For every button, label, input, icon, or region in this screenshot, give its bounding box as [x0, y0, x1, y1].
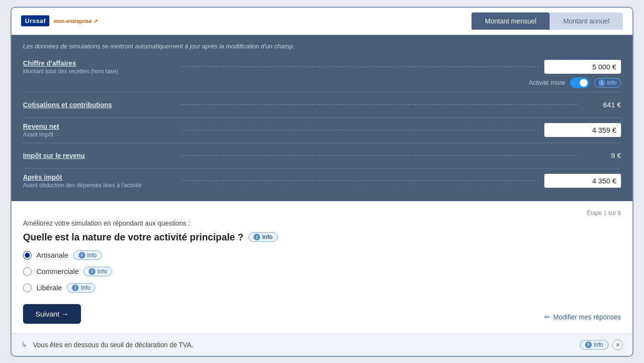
artisanale-info-text: Info — [87, 252, 97, 259]
modifier-link[interactable]: ✏ Modifier mes réponses — [544, 313, 621, 321]
cotisations-dots — [182, 104, 577, 105]
chiffre-affaires-label[interactable]: Chiffre d'affaires — [23, 59, 176, 67]
actions-row: Suivant → ✏ Modifier mes réponses — [23, 304, 621, 324]
commerciale-info-badge[interactable]: i Info — [83, 267, 112, 276]
header-tabs: Montant mensuel Montant annuel — [472, 12, 623, 30]
notification-info-text: Info — [594, 341, 603, 348]
radio-item-liberale[interactable]: Libérale i Info — [23, 283, 621, 293]
mon-entreprise-logo: mon-entreprise ↗ — [53, 17, 98, 24]
main-container: Urssaf mon-entreprise ↗ Montant mensuel … — [11, 7, 633, 357]
radio-artisanale-label: Artisanale — [36, 251, 69, 259]
simulation-note: Les données de simulations se mettront a… — [23, 43, 621, 50]
apres-impot-sublabel: Avant déduction des dépenses liées à l'a… — [23, 182, 176, 189]
impot-revenu-dots — [182, 155, 577, 156]
questions-panel: Étape 1 sur 8 Améliorez votre simulation… — [12, 201, 632, 333]
notification-info-badge[interactable]: i Info — [580, 340, 609, 350]
commerciale-info-text: Info — [97, 268, 107, 275]
artisanale-info-badge[interactable]: i Info — [73, 250, 102, 260]
apres-impot-input[interactable] — [544, 174, 621, 188]
impot-revenu-label-col: Impôt sur le revenu — [23, 152, 176, 159]
liberale-info-text: Info — [80, 284, 90, 291]
revenu-net-dots — [182, 130, 539, 130]
chiffre-affaires-row: Chiffre d'affaires Montant total des rec… — [23, 58, 621, 76]
chiffre-affaires-extra: Activité mixte i Info — [23, 78, 621, 88]
cotisations-label-col: Cotisations et contributions — [23, 101, 176, 109]
radio-item-artisanale[interactable]: Artisanale i Info — [23, 250, 621, 260]
chiffre-affaires-info-badge[interactable]: i Info — [594, 78, 621, 88]
urssaf-logo: Urssaf — [21, 15, 49, 26]
question-info-badge[interactable]: i Info — [248, 232, 278, 242]
notification-close-button[interactable]: × — [612, 340, 623, 350]
notification-arrow-icon: ↳ — [21, 340, 27, 349]
radio-liberale-label: Libérale — [36, 284, 62, 292]
revenu-net-label[interactable]: Revenu net — [23, 123, 176, 130]
apres-impot-row: Après impôt Avant déduction des dépenses… — [23, 172, 621, 190]
modifier-label: Modifier mes réponses — [553, 313, 621, 321]
edit-icon: ✏ — [544, 313, 550, 321]
revenu-net-input[interactable] — [544, 123, 621, 137]
apres-impot-label-col: Après impôt Avant déduction des dépenses… — [23, 173, 176, 189]
impot-revenu-label[interactable]: Impôt sur le revenu — [23, 152, 176, 159]
question-title: Quelle est la nature de votre activité p… — [23, 232, 621, 243]
question-info-label: Info — [262, 234, 273, 240]
liberale-info-badge[interactable]: i Info — [67, 283, 95, 293]
chiffre-affaires-dots — [182, 67, 539, 67]
etape-label: Étape 1 sur 8 — [23, 210, 621, 216]
apres-impot-label[interactable]: Après impôt — [23, 173, 176, 181]
impot-revenu-row: Impôt sur le revenu 9 € — [23, 147, 621, 164]
logo-area: Urssaf mon-entreprise ↗ — [21, 15, 98, 26]
liberale-info-icon: i — [72, 284, 79, 291]
chiffre-affaires-sublabel: Montant total des recettes (hors taxe) — [23, 68, 176, 75]
revenu-net-row: Revenu net Avant impôt — [23, 122, 621, 139]
notification-actions: i Info × — [580, 340, 623, 350]
radio-item-commerciale[interactable]: Commerciale i Info — [23, 267, 621, 276]
revenu-net-sublabel: Avant impôt — [23, 131, 176, 138]
radio-commerciale-label: Commerciale — [36, 267, 79, 275]
simulation-panel: Les données de simulations se mettront a… — [12, 35, 632, 201]
artisanale-info-icon: i — [79, 252, 85, 259]
commerciale-info-icon: i — [89, 268, 95, 275]
chiffre-affaires-label-col: Chiffre d'affaires Montant total des rec… — [23, 59, 176, 75]
cotisations-value: 641 € — [583, 101, 621, 109]
suivant-button[interactable]: Suivant → — [23, 304, 81, 324]
radio-commerciale[interactable] — [23, 267, 32, 276]
header: Urssaf mon-entreprise ↗ Montant mensuel … — [12, 8, 632, 35]
cotisations-label[interactable]: Cotisations et contributions — [23, 101, 176, 109]
notification-text: Vous êtes en dessous du seuil de déclara… — [33, 341, 574, 349]
revenu-net-label-col: Revenu net Avant impôt — [23, 123, 176, 138]
activite-mixte-label: Activité mixte — [529, 79, 565, 86]
radio-group: Artisanale i Info Commerciale i Info Lib… — [23, 250, 621, 293]
cotisations-row: Cotisations et contributions 641 € — [23, 96, 621, 113]
question-text: Quelle est la nature de votre activité p… — [23, 232, 243, 243]
notification-info-icon: i — [585, 341, 592, 348]
impot-revenu-value: 9 € — [583, 151, 621, 159]
chiffre-affaires-input[interactable] — [544, 60, 621, 74]
activite-mixte-toggle[interactable] — [570, 78, 589, 88]
improve-text: Améliorez votre simulation en répondant … — [23, 219, 621, 227]
radio-liberale[interactable] — [23, 284, 32, 292]
info-icon: i — [598, 79, 605, 86]
radio-artisanale[interactable] — [23, 251, 32, 260]
apres-impot-dots — [182, 181, 539, 181]
notification-bar: ↳ Vous êtes en dessous du seuil de décla… — [12, 333, 632, 356]
tab-montant-annuel[interactable]: Montant annuel — [550, 12, 623, 30]
tab-montant-mensuel[interactable]: Montant mensuel — [472, 12, 550, 30]
question-info-icon: i — [253, 234, 260, 240]
